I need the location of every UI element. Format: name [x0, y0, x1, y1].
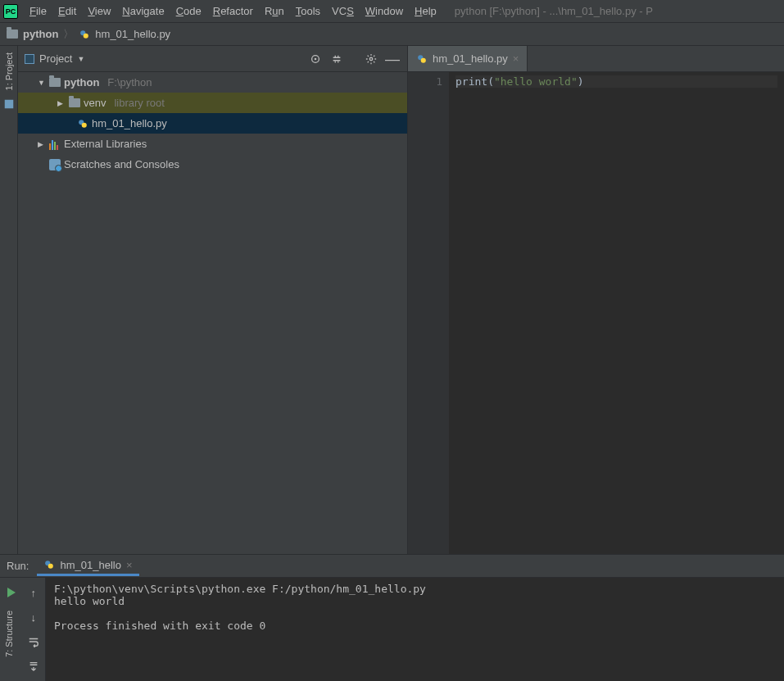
menu-file[interactable]: File — [29, 5, 47, 17]
python-file-icon — [77, 118, 88, 129]
sidebar-tab-project[interactable]: 1: Project — [4, 49, 14, 93]
project-tree: python F:\python venv library root hm_01… — [18, 72, 407, 554]
python-file-icon — [416, 53, 428, 65]
tree-file-hm01[interactable]: hm_01_hello.py — [18, 113, 407, 134]
left-tool-strip-bottom: 7: Structure — [0, 607, 18, 681]
menu-help[interactable]: Help — [415, 5, 437, 17]
line-number: 1 — [408, 75, 442, 88]
up-arrow-icon[interactable]: ↑ — [24, 581, 44, 604]
menu-vcs[interactable]: VCS — [332, 5, 354, 17]
editor-body[interactable]: 1 print("hello world") — [408, 72, 784, 554]
menu-view[interactable]: View — [88, 5, 111, 17]
menu-run[interactable]: Run — [265, 5, 284, 17]
sidebar-tab-structure[interactable]: 7: Structure — [4, 607, 14, 661]
tree-label: Scratches and Consoles — [64, 158, 179, 170]
expand-arrow-icon[interactable] — [38, 140, 46, 148]
svg-point-9 — [421, 57, 426, 62]
project-tool-window: Project ▼ — python F:\python — [18, 46, 408, 554]
breadcrumb-file[interactable]: hm_01_hello.py — [95, 28, 170, 40]
project-panel-header: Project ▼ — — [18, 46, 407, 72]
library-icon — [49, 138, 61, 150]
code-token-fn: print — [455, 75, 487, 88]
run-tool-window: Run: hm_01_hello × ↑ ↓ F:\python\ — [0, 554, 784, 681]
chevron-down-icon: ▼ — [77, 55, 84, 63]
tree-label: hm_01_hello.py — [92, 117, 167, 129]
folder-icon — [7, 30, 18, 39]
module-icon — [3, 98, 15, 110]
editor-tab-bar: hm_01_hello.py × — [408, 46, 784, 72]
run-tab-hm01[interactable]: hm_01_hello × — [37, 556, 138, 576]
svg-rect-2 — [4, 100, 13, 109]
run-tab-label: hm_01_hello — [60, 559, 120, 571]
expand-arrow-icon[interactable] — [38, 79, 46, 87]
folder-icon — [49, 78, 61, 87]
down-arrow-icon[interactable]: ↓ — [24, 606, 44, 629]
svg-point-11 — [48, 564, 53, 569]
rerun-button[interactable] — [2, 581, 22, 604]
tree-scratches[interactable]: Scratches and Consoles — [18, 154, 407, 175]
python-file-icon — [43, 559, 55, 570]
editor-area: hm_01_hello.py × 1 print("hello world") — [408, 46, 784, 554]
scroll-to-end-icon[interactable] — [24, 655, 44, 678]
menu-refactor[interactable]: Refactor — [213, 5, 253, 17]
run-console-output[interactable]: F:\python\venv\Scripts\python.exe F:/pyt… — [46, 578, 784, 681]
expand-arrow-icon[interactable] — [57, 99, 66, 107]
close-icon[interactable]: × — [126, 559, 133, 571]
tree-label: venv — [84, 97, 106, 109]
scratches-icon — [49, 159, 61, 170]
folder-icon — [69, 98, 80, 107]
project-panel-title[interactable]: Project ▼ — [39, 52, 84, 65]
menu-edit[interactable]: Edit — [58, 5, 76, 17]
close-icon[interactable]: × — [513, 52, 519, 65]
svg-point-4 — [315, 57, 317, 60]
code-token-paren: ( — [487, 75, 494, 88]
run-label: Run: — [7, 560, 29, 572]
code-token-paren: ) — [578, 75, 584, 88]
collapse-all-icon[interactable] — [329, 51, 345, 67]
svg-point-5 — [369, 57, 373, 61]
tree-venv[interactable]: venv library root — [18, 93, 407, 113]
editor-tab-label: hm_01_hello.py — [433, 52, 508, 65]
window-title-path: python [F:\python] - ...\hm_01_hello.py … — [455, 5, 653, 17]
code-token-string: "hello world" — [494, 75, 578, 88]
menu-navigate[interactable]: Navigate — [122, 5, 164, 17]
editor-tab-hm01[interactable]: hm_01_hello.py × — [408, 46, 528, 71]
menu-tools[interactable]: Tools — [296, 5, 320, 17]
breadcrumb: python 〉 hm_01_hello.py — [0, 23, 784, 46]
tree-external-libs[interactable]: External Libraries — [18, 134, 407, 154]
gear-icon[interactable] — [363, 51, 379, 67]
tree-label: python — [64, 76, 99, 89]
breadcrumb-separator: 〉 — [63, 27, 74, 42]
menu-window[interactable]: Window — [365, 5, 403, 17]
app-icon: PC — [3, 4, 18, 19]
breadcrumb-root[interactable]: python — [23, 28, 58, 40]
menu-code[interactable]: Code — [176, 5, 202, 17]
tree-hint: library root — [114, 97, 164, 109]
project-view-icon — [25, 54, 34, 64]
tree-root-python[interactable]: python F:\python — [18, 72, 407, 93]
svg-point-1 — [84, 33, 88, 38]
svg-point-7 — [82, 122, 87, 127]
python-file-icon — [79, 29, 90, 40]
left-tool-strip: 1: Project — [0, 46, 18, 554]
hide-icon[interactable]: — — [384, 51, 401, 67]
menubar: PC File Edit View Navigate Code Refactor… — [0, 0, 784, 23]
tree-hint: F:\python — [107, 76, 152, 89]
code-area[interactable]: print("hello world") — [449, 72, 784, 554]
locate-icon[interactable] — [307, 51, 324, 67]
run-header: Run: hm_01_hello × — [0, 555, 784, 578]
tree-label: External Libraries — [64, 138, 147, 150]
soft-wrap-icon[interactable] — [24, 630, 44, 653]
editor-gutter: 1 — [408, 72, 449, 554]
